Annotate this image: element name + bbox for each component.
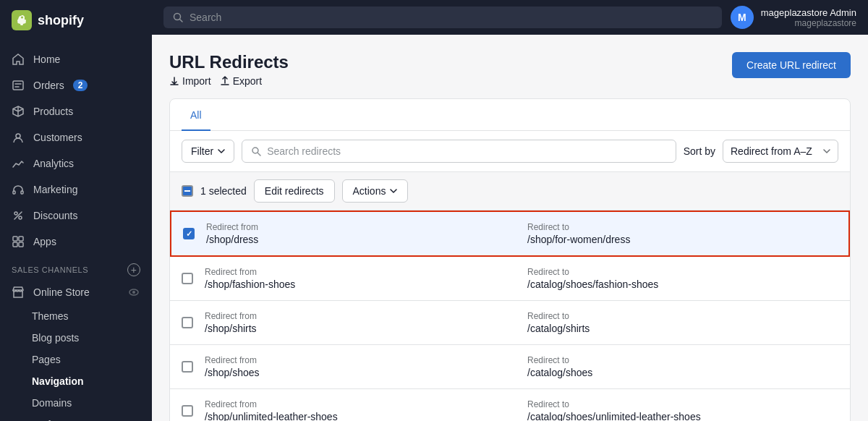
redirect-row-5[interactable]: Redirect from /shop/unlimited-leather-sh… <box>170 389 850 421</box>
sidebar-subitem-preferences[interactable]: Preferences <box>0 414 152 421</box>
domains-label: Domains <box>32 397 72 409</box>
svg-rect-9 <box>13 242 17 247</box>
sidebar-item-discounts[interactable]: Discounts <box>0 203 152 229</box>
sidebar-item-apps[interactable]: Apps <box>0 229 152 255</box>
redirect-from-info-3: Redirect from /shop/shirts <box>205 311 516 334</box>
themes-label: Themes <box>32 310 69 322</box>
sidebar-item-apps-label: Apps <box>33 236 56 247</box>
redirect-row-3[interactable]: Redirect from /shop/shirts Redirect to /… <box>170 301 850 345</box>
sidebar-nav: Home Orders 2 Products Customers Analy <box>0 41 152 421</box>
redirect-to-label-3: Redirect to <box>527 311 838 321</box>
add-sales-channel-btn[interactable]: + <box>127 263 140 276</box>
redirect-row-1[interactable]: Redirect from /shop/dress Redirect to /s… <box>171 212 848 255</box>
svg-rect-3 <box>13 191 15 194</box>
blog-posts-label: Blog posts <box>32 332 79 344</box>
filter-chevron-icon <box>218 149 225 153</box>
sidebar-item-analytics[interactable]: Analytics <box>0 150 152 177</box>
topbar: Search M mageplazastore Admin mageplazas… <box>152 0 868 35</box>
sidebar-item-customers[interactable]: Customers <box>0 124 152 150</box>
redirect-from-label-3: Redirect from <box>205 311 516 321</box>
export-link[interactable]: Export <box>220 75 262 87</box>
actions-chevron-icon <box>390 189 397 193</box>
search-redirects-icon <box>251 146 261 156</box>
redirect-from-info-2: Redirect from /shop/fashion-shoes <box>205 267 516 290</box>
redirect-from-path-2: /shop/fashion-shoes <box>205 278 516 290</box>
row-checkbox-4[interactable] <box>182 361 193 373</box>
svg-point-5 <box>14 212 17 215</box>
svg-point-2 <box>16 134 20 138</box>
sidebar-subitem-domains[interactable]: Domains <box>0 392 152 414</box>
svg-rect-1 <box>13 81 23 90</box>
sidebar-item-orders[interactable]: Orders 2 <box>0 72 152 98</box>
sidebar-item-products[interactable]: Products <box>0 98 152 124</box>
redirect-to-label-5: Redirect to <box>527 399 838 409</box>
redirect-from-info-4: Redirect from /shop/shoes <box>205 355 516 378</box>
redirect-to-path-3: /catalog/shirts <box>527 323 838 334</box>
row-checkbox-3[interactable] <box>182 317 193 328</box>
filter-button[interactable]: Filter <box>182 140 234 163</box>
redirect-to-info-1: Redirect to /shop/for-women/dress <box>527 222 837 245</box>
redirect-from-path-1: /shop/dress <box>206 234 516 245</box>
import-link[interactable]: Import <box>169 75 211 87</box>
svg-point-20 <box>252 148 258 153</box>
analytics-icon <box>12 157 25 170</box>
sidebar-item-analytics-label: Analytics <box>33 158 74 169</box>
redirect-to-path-5: /catalog/shoes/unlimited-leather-shoes <box>527 411 838 421</box>
search-bar[interactable]: Search <box>163 7 722 28</box>
redirect-from-path-4: /shop/shoes <box>205 367 516 378</box>
redirect-to-path-4: /catalog/shoes <box>527 367 838 378</box>
selected-count: 1 selected <box>200 185 247 197</box>
deselect-all-checkbox[interactable] <box>182 185 193 197</box>
actions-button[interactable]: Actions <box>342 179 409 203</box>
row-checkbox-2[interactable] <box>182 273 193 284</box>
redirect-to-info-3: Redirect to /catalog/shirts <box>527 311 838 334</box>
redirect-from-label-5: Redirect from <box>205 399 516 409</box>
sort-select[interactable]: Redirect from A–Z <box>723 140 838 163</box>
user-info: M mageplazastore Admin mageplazastore <box>731 6 856 29</box>
sidebar-item-discounts-label: Discounts <box>33 210 77 221</box>
edit-redirects-button[interactable]: Edit redirects <box>254 179 335 203</box>
products-icon <box>12 105 25 118</box>
user-text: mageplazastore Admin mageplazastore <box>761 7 856 28</box>
export-icon <box>220 76 230 86</box>
redirect-to-info-5: Redirect to /catalog/shoes/unlimited-lea… <box>527 399 838 421</box>
redirect-from-label-1: Redirect from <box>206 222 516 232</box>
row-checkbox-5[interactable] <box>182 405 193 417</box>
redirect-row-4[interactable]: Redirect from /shop/shoes Redirect to /c… <box>170 345 850 389</box>
online-store-view-icon[interactable] <box>127 286 140 299</box>
sidebar-subitem-pages[interactable]: Pages <box>0 349 152 370</box>
redirect-row-2[interactable]: Redirect from /shop/fashion-shoes Redire… <box>170 257 850 301</box>
sidebar-subitem-blog-posts[interactable]: Blog posts <box>0 327 152 349</box>
export-label: Export <box>233 75 262 87</box>
orders-badge: 2 <box>73 80 88 91</box>
user-avatar: M <box>731 6 754 29</box>
sidebar-item-home[interactable]: Home <box>0 46 152 72</box>
tab-all[interactable]: All <box>182 99 210 131</box>
search-redirects-placeholder: Search redirects <box>267 145 341 157</box>
marketing-icon <box>12 183 25 196</box>
svg-rect-7 <box>13 237 17 241</box>
sidebar-item-marketing[interactable]: Marketing <box>0 177 152 203</box>
user-name: mageplazastore Admin <box>761 7 856 18</box>
selected-row-highlight: Redirect from /shop/dress Redirect to /s… <box>170 210 850 257</box>
redirect-from-path-5: /shop/unlimited-leather-shoes <box>205 411 516 421</box>
sidebar: shopify Home Orders 2 Products <box>0 0 152 421</box>
shopify-logo[interactable]: shopify <box>12 10 84 30</box>
redirect-from-info-1: Redirect from /shop/dress <box>206 222 516 245</box>
redirect-from-label-4: Redirect from <box>205 355 516 365</box>
page-title: URL Redirects <box>169 52 289 72</box>
shopify-logo-icon <box>12 10 32 30</box>
create-url-redirect-button[interactable]: Create URL redirect <box>732 52 851 78</box>
sidebar-subitem-themes[interactable]: Themes <box>0 305 152 327</box>
sidebar-item-online-store[interactable]: Online Store <box>0 279 152 305</box>
page-header: URL Redirects Import Export <box>169 52 851 87</box>
apps-icon <box>12 235 25 248</box>
sidebar-item-home-label: Home <box>33 54 60 65</box>
sales-channels-section: SALES CHANNELS + <box>0 255 152 279</box>
selection-row: 1 selected Edit redirects Actions <box>170 172 850 210</box>
row-checkbox-1[interactable] <box>183 228 195 239</box>
sidebar-subitem-navigation[interactable]: Navigation <box>0 370 152 392</box>
search-icon <box>172 12 184 23</box>
search-input-label: Search <box>190 12 221 23</box>
search-redirects-input[interactable]: Search redirects <box>242 140 676 163</box>
